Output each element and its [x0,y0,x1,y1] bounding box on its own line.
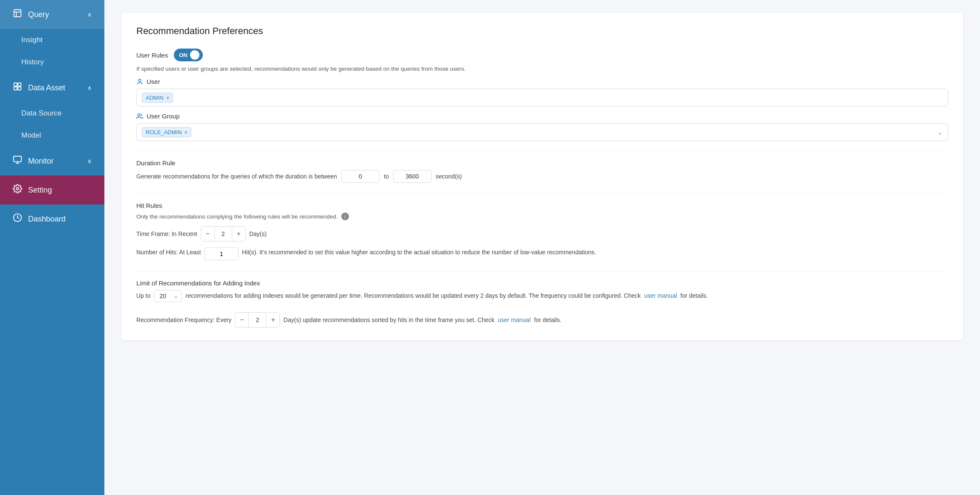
user-input[interactable]: ADMIN × [136,89,948,106]
hit-rules-section: Hit Rules Only the recommendations compl… [136,202,948,260]
frequency-value: 2 [249,314,266,326]
timeframe-decrement[interactable]: − [201,227,215,241]
frequency-decrement[interactable]: − [235,313,249,327]
user-rules-toggle[interactable]: ON [174,49,203,61]
limit-select-wrap: 20 50 100 [154,290,182,302]
user-group-tag-role-admin: ROLE_ADMIN × [142,127,191,137]
toggle-circle [190,50,199,60]
timeframe-row: Time Frame: In Recent − 2 + Day(s) [136,226,948,242]
sidebar-item-setting-label: Setting [28,186,52,195]
sidebar-item-data-source[interactable]: Data Source [0,102,104,124]
divider-2 [136,193,948,193]
duration-min-input[interactable] [341,170,380,183]
sidebar-item-query-label: Query [28,10,49,19]
user-rules-section: User Rules ON If specified users or user… [136,49,948,141]
svg-point-13 [138,114,140,116]
timeframe-increment[interactable]: + [232,227,245,241]
user-field-label: User [136,78,948,85]
timeframe-value: 2 [215,228,232,240]
sidebar-item-monitor[interactable]: Monitor ∨ [0,147,104,176]
svg-rect-7 [14,156,21,162]
sidebar-item-query[interactable]: Query ∧ [0,0,104,29]
hits-row: Number of Hits: At Least Hit(s). It's re… [136,248,948,260]
divider-3 [136,271,948,271]
sidebar-item-model[interactable]: Model [0,124,104,147]
user-group-icon [136,113,143,120]
limit-suffix-2: for details. [680,291,708,301]
sidebar-item-monitor-label: Monitor [28,157,54,166]
user-group-field-label: User Group [136,112,948,120]
sidebar-item-setting[interactable]: Setting [0,176,104,204]
timeframe-stepper: − 2 + [201,226,246,242]
duration-rule-label: Duration Rule [136,159,948,167]
svg-rect-0 [14,10,21,17]
svg-rect-4 [18,83,21,86]
main-content: Recommendation Preferences User Rules ON… [104,0,980,495]
info-icon[interactable]: i [341,213,349,220]
user-tag-admin: ADMIN × [142,93,173,103]
sidebar: Query ∧ Insight History Data Asset ∧ Dat… [0,0,104,495]
limit-section: Limit of Recommendations for Adding Inde… [136,279,948,302]
frequency-increment[interactable]: + [266,313,280,327]
user-tag-admin-close[interactable]: × [166,95,170,101]
limit-suffix-1: recommendations for adding indexes would… [185,291,640,301]
divider-1 [136,150,948,151]
setting-icon [13,184,22,196]
frequency-stepper: − 2 + [235,312,280,328]
duration-row: Generate recommendations for the queries… [136,170,948,183]
frequency-row: Recommendation Frequency: Every − 2 + Da… [136,312,948,328]
user-rules-desc: If specified users or user groups are se… [136,66,948,72]
svg-rect-6 [18,87,21,90]
user-rules-label: User Rules [136,52,168,59]
user-group-input[interactable]: ROLE_ADMIN × [136,123,948,141]
content-card: Recommendation Preferences User Rules ON… [121,13,963,340]
sidebar-item-dashboard[interactable]: Dashboard [0,204,104,233]
data-asset-icon [13,82,22,94]
limit-select[interactable]: 20 50 100 [154,290,182,302]
user-icon [136,78,143,85]
dashboard-icon [13,213,22,225]
data-asset-chevron: ∧ [87,84,92,91]
toggle-row: User Rules ON [136,49,948,61]
page-title: Recommendation Preferences [136,26,948,37]
limit-row: Up to 20 50 100 recommendations for addi… [136,290,948,302]
duration-max-input[interactable] [393,170,432,183]
duration-rule-section: Duration Rule Generate recommendations f… [136,159,948,183]
svg-rect-3 [14,83,17,86]
hits-input[interactable] [205,248,239,260]
toggle-on-text: ON [179,52,187,58]
sidebar-item-data-asset[interactable]: Data Asset ∧ [0,73,104,102]
monitor-chevron: ∨ [87,158,92,164]
limit-label: Limit of Recommendations for Adding Inde… [136,279,948,287]
frequency-user-manual-link[interactable]: user manual [498,317,530,323]
sidebar-item-dashboard-label: Dashboard [28,215,66,224]
query-icon [13,9,22,20]
sidebar-item-insight[interactable]: Insight [0,29,104,51]
svg-rect-5 [14,87,17,90]
monitor-icon [13,155,22,167]
limit-user-manual-link[interactable]: user manual [644,291,677,301]
svg-point-10 [16,187,19,190]
svg-point-12 [138,79,141,81]
user-group-tag-close[interactable]: × [184,129,188,135]
hit-rules-label: Hit Rules [136,202,948,209]
sidebar-item-history[interactable]: History [0,51,104,73]
query-chevron: ∧ [87,11,92,18]
hit-rules-desc: Only the recommendations complying the f… [136,213,948,220]
sidebar-item-data-asset-label: Data Asset [28,83,65,92]
